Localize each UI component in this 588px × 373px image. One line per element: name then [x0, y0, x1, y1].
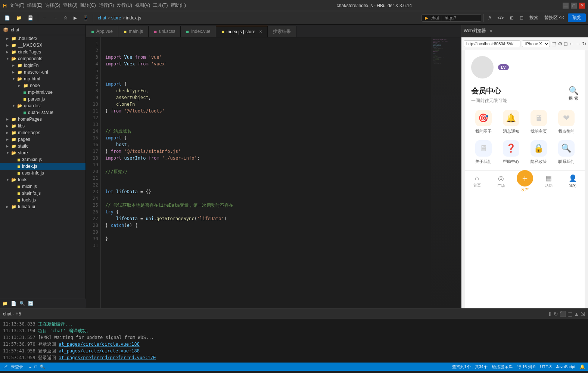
phone-nav-mine[interactable]: 👤 我的 [561, 174, 585, 188]
sidebar-item-store[interactable]: ▼ 📂 store [0, 149, 85, 156]
log-link-3[interactable]: at_pages/preferred/preferred.vue:170 [59, 355, 156, 360]
stop-button[interactable]: ⬛ [560, 311, 566, 317]
sidebar-item-static[interactable]: ▶ 📁 static [0, 143, 85, 149]
sidebar-item-homepages[interactable]: ▶ 📁 homePages [0, 116, 85, 123]
phone-nav-home[interactable]: ⌂ 首页 [465, 174, 489, 188]
menu-publish[interactable]: 发行(U) [117, 2, 132, 9]
phone-nav-publish[interactable]: ＋ 发布 [513, 170, 537, 192]
phone-icon-liked[interactable]: ❤ 我点赞的 [556, 110, 577, 134]
browser-url-input[interactable] [464, 40, 520, 47]
sidebar-item-quanlist[interactable]: ▼ 📂 quan-list [0, 102, 85, 109]
search-phone-area[interactable]: 🔍 探 索 [569, 86, 579, 101]
phone-icon-notification[interactable]: 🔔 消息通知 [500, 110, 522, 134]
sidebar-item-node[interactable]: ▶ 📁 node [0, 82, 85, 89]
breadcrumb-store[interactable]: store [111, 15, 121, 21]
sidebar-item-userinfo[interactable]: ▶ ◼ user-info.js [0, 170, 85, 176]
phone-nav-square[interactable]: ◎ 广场 [489, 174, 513, 188]
upload-button[interactable]: ⬆ [548, 311, 552, 317]
menu-tools[interactable]: 工具(T) [153, 2, 168, 9]
forward-button[interactable]: → [51, 13, 60, 22]
diff-button[interactable]: ⊟ [517, 13, 526, 22]
code-area[interactable]: 12345 678910 1112131415 1617181920 21222… [86, 37, 461, 308]
refresh-bottom-button[interactable]: ↻ [554, 311, 558, 317]
sidebar-item-loginfn[interactable]: ▶ 📁 loginFn [0, 62, 85, 69]
open-button[interactable]: 📁 [14, 13, 24, 22]
sidebar-item-mixin[interactable]: ▶ ◼ mixin.js [0, 183, 85, 190]
maximize-button[interactable]: □ [571, 3, 577, 9]
sidebar-item-hbuilderx[interactable]: ▶ 📁 .hbuilderx [0, 35, 85, 42]
menu-select[interactable]: 选择(S) [45, 2, 60, 9]
sidebar-item-siteinfo[interactable]: ▶ ◼ siteinfo.js [0, 190, 85, 197]
tab-index-vue[interactable]: ◼ index.vue [181, 26, 216, 37]
run-button[interactable]: ▶ [71, 13, 79, 22]
tab-main-js[interactable]: ◼ main.js [118, 26, 149, 37]
phone-icon-help[interactable]: ❓ 帮助中心 [500, 140, 522, 164]
tab-uni-scss[interactable]: ◼ uni.scss [149, 26, 181, 37]
log-link-2[interactable]: at_pages/circle/circle.vue:188 [59, 348, 140, 354]
search-toolbar-button[interactable]: 搜索 [527, 13, 541, 22]
new-file-sidebar-icon[interactable]: 📄 [11, 301, 16, 306]
device-expand-button[interactable]: ⬚ [551, 40, 556, 48]
font-size-button[interactable]: A [486, 13, 494, 22]
menu-run[interactable]: 运行(R) [99, 2, 114, 9]
preview-button[interactable]: 预览 [568, 13, 586, 22]
breadcrumb-file[interactable]: index.js [126, 15, 141, 21]
browser-back-button[interactable]: ← [569, 40, 574, 48]
minimize-button[interactable]: — [563, 3, 569, 9]
sidebar-item-mphtml-vue[interactable]: ▶ ◼ mp-html.vue [0, 89, 85, 96]
back-button[interactable]: ← [40, 13, 49, 22]
menu-find[interactable]: 查找(J) [63, 2, 77, 9]
refresh-sidebar-icon[interactable]: 🔄 [28, 301, 34, 306]
breadcrumb-chat[interactable]: chat [98, 15, 106, 21]
sidebar-item-tmixin[interactable]: ▶ ◼ $t.mixin.js [0, 156, 85, 163]
phone-icon-contact[interactable]: 🔍 联系我们 [556, 140, 577, 164]
collapse-button[interactable]: ▲ [574, 311, 579, 317]
device-button[interactable]: 📱 [81, 13, 91, 22]
phone-icon-about[interactable]: 🖥 关于我们 [473, 140, 494, 164]
menu-help[interactable]: 帮助(H) [171, 2, 186, 9]
menu-file[interactable]: 文件(F) [10, 2, 24, 9]
browser-close-icon[interactable]: ✕ [489, 28, 493, 34]
sidebar-item-mphtml[interactable]: ▼ 📂 mp-html [0, 75, 85, 82]
expand-bottom-button[interactable]: ⇲ [581, 311, 585, 317]
sidebar-item-tuniaoui[interactable]: ▶ 📁 tuniao-ui [0, 203, 85, 210]
sidebar-item-quanlist-vue[interactable]: ▶ ◼ quan-list.vue [0, 109, 85, 116]
browser-forward-button[interactable]: → [575, 40, 581, 48]
search-sidebar-icon[interactable]: 🔍 [19, 301, 25, 306]
sidebar-item-circlepages[interactable]: ▶ 📁 circlePages [0, 49, 85, 55]
browser-settings-button[interactable]: ⚙ [558, 40, 563, 48]
tab-app-vue[interactable]: ◼ App.vue [86, 26, 118, 37]
phone-nav-activity[interactable]: ▦ 活动 [537, 174, 561, 188]
phone-icon-my-home[interactable]: 🖥 我的主页 [528, 110, 550, 134]
sidebar-item-tools[interactable]: ▼ 📂 tools [0, 176, 85, 183]
replace-button[interactable]: 替换区 << [542, 13, 566, 22]
sidebar-item-pages[interactable]: ▶ 📁 pages [0, 136, 85, 143]
phone-icon-privacy[interactable]: 🔒 隐私政策 [528, 140, 550, 164]
external-button[interactable]: ⬚ [567, 311, 572, 317]
log-link-1[interactable]: at_pages/circle/circle.vue:188 [59, 342, 140, 347]
sidebar-item-components[interactable]: ▼ 📂 components [0, 55, 85, 62]
browser-screenshot-button[interactable]: □ [564, 40, 567, 48]
sidebar-item-toolsjs[interactable]: ▶ ◼ tools.js [0, 197, 85, 203]
sidebar-item-mescroll[interactable]: ▶ 📁 mescroll-uni [0, 69, 85, 75]
sidebar-item-minepages[interactable]: ▶ 📁 minePages [0, 129, 85, 136]
code-editor[interactable]: import Vue from 'vue' import Vuex from '… [101, 37, 431, 308]
save-button[interactable]: 💾 [25, 13, 35, 22]
browser-refresh-button[interactable]: ↻ [582, 40, 587, 48]
menu-view[interactable]: 视图(V) [135, 2, 150, 9]
new-file-button[interactable]: 📄 [2, 13, 12, 22]
phone-icon-my-circle[interactable]: 🎯 我的圈子 [473, 110, 494, 134]
tab-search-results[interactable]: 搜索结果 [268, 26, 296, 37]
menu-edit[interactable]: 编辑(E) [27, 2, 42, 9]
close-button[interactable]: ✕ [579, 3, 585, 9]
sidebar-item-indexjs[interactable]: ▶ ◼ index.js [0, 163, 85, 170]
menu-jump[interactable]: 跳转(G) [80, 2, 96, 9]
tab-index-js-store[interactable]: ◼ index.js | store ✕ [216, 26, 268, 37]
bookmark-button[interactable]: ☆ [61, 13, 70, 22]
new-folder-icon[interactable]: 📁 [2, 301, 8, 306]
format-button[interactable]: ⊞ [508, 13, 516, 22]
sidebar-item-macosx[interactable]: ▶ 📁 __MACOSX [0, 42, 85, 49]
device-selector[interactable]: iPhone X iPhone 6 iPad [522, 40, 550, 47]
tab-close-icon[interactable]: ✕ [259, 30, 262, 34]
sidebar-item-parser[interactable]: ▶ ◼ parser.js [0, 96, 85, 102]
